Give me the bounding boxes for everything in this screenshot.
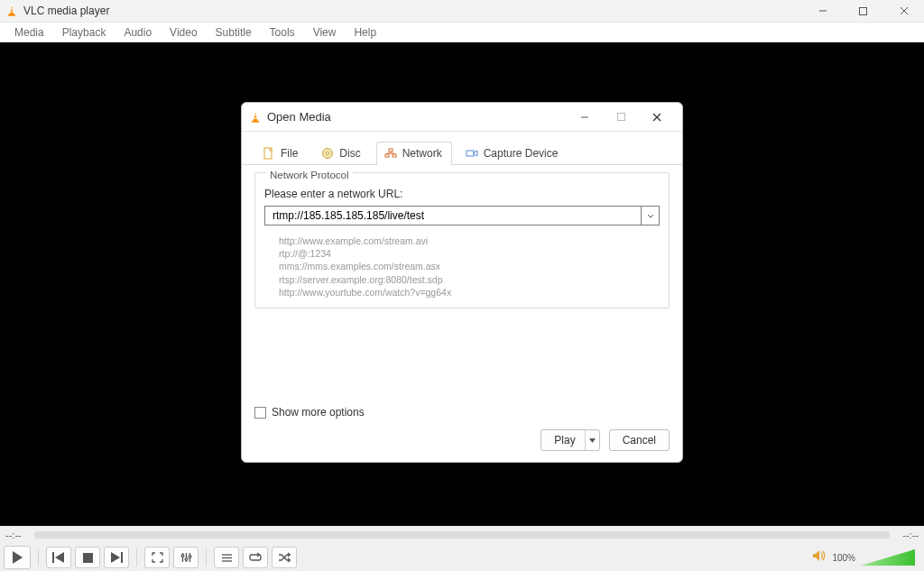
- menu-playback[interactable]: Playback: [53, 24, 116, 41]
- svg-rect-26: [52, 552, 54, 563]
- svg-point-35: [185, 558, 188, 561]
- svg-marker-29: [111, 552, 120, 563]
- svg-rect-5: [860, 7, 867, 14]
- menu-audio[interactable]: Audio: [115, 24, 161, 41]
- network-protocol-legend: Network Protocol: [266, 170, 353, 180]
- statusbar: --:-- --:--: [0, 526, 924, 544]
- capture-icon: [466, 147, 478, 160]
- svg-rect-3: [10, 11, 14, 12]
- tab-capture[interactable]: Capture Device: [457, 142, 568, 165]
- dialog-close-button[interactable]: [639, 105, 675, 130]
- loop-button[interactable]: [243, 547, 268, 568]
- window-minimize-button[interactable]: [802, 0, 843, 22]
- svg-marker-0: [9, 6, 14, 15]
- show-more-options-label: Show more options: [272, 406, 365, 419]
- dialog-titlebar: Open Media: [242, 103, 682, 132]
- volume-slider[interactable]: [861, 549, 915, 566]
- svg-marker-23: [474, 151, 477, 156]
- svg-rect-19: [385, 154, 389, 157]
- checkbox-icon: [254, 407, 266, 419]
- dialog-title: Open Media: [267, 110, 331, 124]
- svg-rect-22: [467, 151, 474, 156]
- volume-percent-label: 100%: [832, 553, 855, 563]
- network-icon: [384, 147, 397, 160]
- play-button-label: Play: [554, 434, 575, 447]
- svg-rect-30: [121, 552, 123, 563]
- menubar: Media Playback Audio Video Subtitle Tool…: [0, 23, 924, 42]
- previous-button[interactable]: [46, 547, 71, 568]
- cancel-button-label: Cancel: [623, 434, 656, 447]
- example-url: rtp://@:1234: [279, 247, 660, 260]
- seek-slider[interactable]: [34, 531, 891, 539]
- shuffle-button[interactable]: [272, 547, 297, 568]
- next-button[interactable]: [104, 547, 129, 568]
- svg-rect-9: [252, 120, 259, 122]
- menu-help[interactable]: Help: [345, 24, 385, 41]
- dialog-minimize-button[interactable]: [567, 105, 603, 130]
- network-url-instruction: Please enter a network URL:: [264, 188, 660, 200]
- playlist-button[interactable]: [214, 547, 239, 568]
- svg-rect-21: [389, 149, 393, 152]
- svg-point-18: [327, 152, 329, 154]
- play-pause-button[interactable]: [4, 546, 31, 569]
- network-url-input[interactable]: [264, 206, 642, 226]
- tab-disc[interactable]: Disc: [313, 142, 370, 165]
- svg-rect-11: [254, 117, 257, 118]
- separator: [136, 548, 137, 566]
- svg-rect-16: [264, 148, 272, 159]
- svg-rect-28: [83, 553, 93, 563]
- svg-marker-40: [813, 550, 819, 561]
- tab-file[interactable]: File: [254, 142, 308, 165]
- separator: [206, 548, 207, 566]
- svg-marker-24: [589, 438, 596, 443]
- vlc-cone-icon: [5, 5, 18, 17]
- extended-settings-button[interactable]: [173, 547, 199, 568]
- fullscreen-button[interactable]: [144, 547, 170, 568]
- menu-tools[interactable]: Tools: [261, 24, 304, 41]
- vlc-cone-icon: [249, 111, 262, 124]
- tab-network-label: Network: [402, 147, 442, 160]
- show-more-options-checkbox[interactable]: Show more options: [254, 406, 670, 419]
- svg-marker-27: [55, 552, 64, 563]
- menu-subtitle[interactable]: Subtitle: [207, 24, 261, 41]
- example-url: http://www.example.com/stream.avi: [279, 235, 660, 247]
- tab-capture-label: Capture Device: [484, 147, 559, 160]
- example-url: mms://mms.examples.com/stream.asx: [279, 260, 660, 272]
- network-url-examples: http://www.example.com/stream.avi rtp://…: [279, 235, 660, 299]
- file-icon: [263, 147, 275, 160]
- separator: [38, 548, 39, 566]
- elapsed-time: --:--: [5, 530, 22, 540]
- svg-rect-20: [393, 154, 396, 157]
- svg-marker-8: [253, 112, 257, 121]
- tab-disc-label: Disc: [339, 147, 360, 160]
- play-button[interactable]: Play: [541, 429, 599, 451]
- example-url: rtsp://server.example.org:8080/test.sdp: [279, 273, 660, 286]
- tab-file-label: File: [281, 147, 298, 160]
- video-area: Open Media File: [0, 42, 924, 526]
- window-maximize-button[interactable]: [843, 0, 883, 22]
- dialog-maximize-button[interactable]: [603, 105, 639, 130]
- network-url-dropdown-button[interactable]: [642, 206, 660, 226]
- window-close-button[interactable]: [883, 0, 924, 22]
- example-url: http://www.yourtube.com/watch?v=gg64x: [279, 286, 660, 299]
- svg-marker-25: [13, 551, 23, 564]
- cancel-button[interactable]: Cancel: [609, 429, 670, 451]
- svg-rect-2: [11, 8, 14, 9]
- playback-controls: 100%: [0, 544, 924, 571]
- menu-view[interactable]: View: [304, 24, 346, 41]
- titlebar: VLC media player: [0, 0, 924, 23]
- speaker-icon[interactable]: [812, 549, 827, 566]
- svg-point-34: [181, 555, 184, 557]
- dialog-tabs: File Disc Network Capture Device: [242, 132, 682, 165]
- menu-video[interactable]: Video: [161, 24, 206, 41]
- svg-rect-10: [254, 115, 257, 115]
- tab-network[interactable]: Network: [376, 142, 452, 165]
- menu-media[interactable]: Media: [5, 24, 53, 41]
- play-dropdown-button[interactable]: [585, 430, 599, 450]
- disc-icon: [321, 147, 334, 160]
- total-time: --:--: [902, 530, 919, 540]
- open-media-dialog: Open Media File: [241, 102, 683, 463]
- stop-button[interactable]: [75, 547, 100, 568]
- network-protocol-group: Network Protocol Please enter a network …: [254, 172, 670, 309]
- svg-rect-1: [8, 14, 15, 16]
